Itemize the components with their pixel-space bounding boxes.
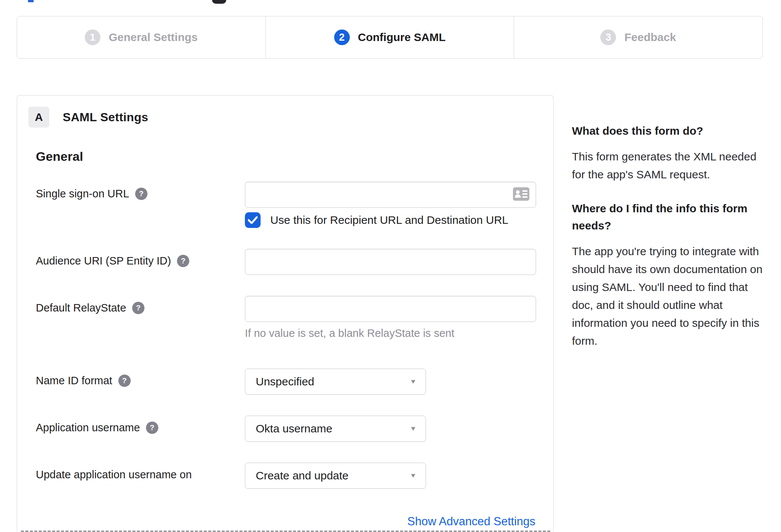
default-relaystate-label-text: Default RelayState bbox=[36, 302, 126, 314]
step-number-badge: 3 bbox=[600, 29, 616, 45]
section-dashed-divider bbox=[21, 531, 550, 532]
cropped-logo-fragment bbox=[28, 0, 34, 2]
name-id-format-value: Unspecified bbox=[256, 375, 314, 388]
help-sidebar: What does this form do? This form genera… bbox=[572, 122, 767, 366]
update-app-username-select[interactable]: Create and update ▼ bbox=[245, 463, 426, 489]
general-group-title: General bbox=[36, 149, 553, 164]
help-icon[interactable]: ? bbox=[135, 188, 147, 200]
recipient-url-checkbox[interactable] bbox=[245, 212, 261, 228]
chevron-down-icon: ▼ bbox=[410, 378, 417, 385]
sso-url-label-text: Single sign-on URL bbox=[36, 188, 129, 200]
chevron-down-icon: ▼ bbox=[410, 425, 417, 432]
step-label: Feedback bbox=[624, 31, 676, 44]
name-id-format-label: Name ID format ? bbox=[36, 369, 245, 387]
help-icon[interactable]: ? bbox=[118, 375, 131, 387]
help-icon[interactable]: ? bbox=[146, 422, 158, 434]
recipient-url-checkbox-row: Use this for Recipient URL and Destinati… bbox=[245, 212, 553, 228]
default-relaystate-input[interactable] bbox=[245, 296, 536, 322]
recipient-url-checkbox-label: Use this for Recipient URL and Destinati… bbox=[270, 214, 508, 226]
app-username-label: Application username ? bbox=[36, 416, 245, 434]
step-configure-saml[interactable]: 2 Configure SAML bbox=[265, 16, 514, 58]
help-icon[interactable]: ? bbox=[177, 255, 189, 267]
wizard-stepper: 1 General Settings 2 Configure SAML 3 Fe… bbox=[17, 16, 763, 59]
sidebar-heading-what: What does this form do? bbox=[572, 122, 767, 140]
name-id-format-select[interactable]: Unspecified ▼ bbox=[245, 369, 426, 395]
saml-form: Single sign-on URL ? bbox=[17, 182, 553, 528]
update-app-username-value: Create and update bbox=[256, 469, 349, 482]
default-relaystate-label: Default RelayState ? bbox=[36, 296, 245, 314]
advanced-settings-row: Show Advanced Settings bbox=[17, 515, 553, 528]
sso-url-input[interactable] bbox=[245, 182, 536, 208]
sidebar-body-where: The app you're trying to integrate with … bbox=[572, 242, 767, 350]
cropped-toggle-fragment bbox=[212, 0, 226, 4]
sso-url-input-wrap bbox=[245, 182, 536, 208]
name-id-format-label-text: Name ID format bbox=[36, 375, 112, 387]
update-app-username-label: Update application username on bbox=[36, 463, 245, 481]
app-username-select[interactable]: Okta username ▼ bbox=[245, 416, 426, 442]
section-title: SAML Settings bbox=[63, 110, 148, 124]
panel-header: A SAML Settings bbox=[28, 107, 553, 128]
relaystate-hint: If no value is set, a blank RelayState i… bbox=[245, 327, 553, 339]
section-a-badge: A bbox=[28, 107, 49, 128]
audience-uri-row: Audience URI (SP Entity ID) ? bbox=[17, 249, 553, 275]
show-advanced-settings-link[interactable]: Show Advanced Settings bbox=[407, 515, 535, 528]
sidebar-heading-where: Where do I find the info this form needs… bbox=[572, 200, 767, 234]
update-app-username-label-text: Update application username on bbox=[36, 469, 192, 481]
step-number-badge: 1 bbox=[85, 29, 100, 45]
name-id-format-row: Name ID format ? Unspecified ▼ bbox=[17, 369, 553, 395]
step-feedback[interactable]: 3 Feedback bbox=[514, 16, 762, 58]
saml-settings-panel: A SAML Settings General Single sign-on U… bbox=[17, 95, 554, 532]
step-label: General Settings bbox=[109, 31, 197, 44]
audience-uri-input[interactable] bbox=[245, 249, 536, 275]
contact-card-icon[interactable] bbox=[513, 187, 529, 202]
step-number-badge: 2 bbox=[334, 29, 350, 45]
chevron-down-icon: ▼ bbox=[410, 472, 417, 479]
app-username-value: Okta username bbox=[256, 422, 332, 435]
step-label: Configure SAML bbox=[358, 31, 446, 44]
update-app-username-row: Update application username on Create an… bbox=[17, 463, 553, 489]
help-icon[interactable]: ? bbox=[132, 302, 144, 314]
audience-uri-label-text: Audience URI (SP Entity ID) bbox=[36, 255, 171, 267]
sso-url-row: Single sign-on URL ? bbox=[17, 182, 553, 228]
audience-uri-label: Audience URI (SP Entity ID) ? bbox=[36, 249, 245, 267]
app-username-label-text: Application username bbox=[36, 422, 140, 434]
default-relaystate-row: Default RelayState ? If no value is set,… bbox=[17, 296, 553, 339]
app-username-row: Application username ? Okta username ▼ bbox=[17, 416, 553, 442]
sidebar-body-what: This form generates the XML needed for t… bbox=[572, 148, 767, 184]
sso-url-label: Single sign-on URL ? bbox=[36, 182, 245, 200]
step-general-settings[interactable]: 1 General Settings bbox=[17, 16, 265, 58]
